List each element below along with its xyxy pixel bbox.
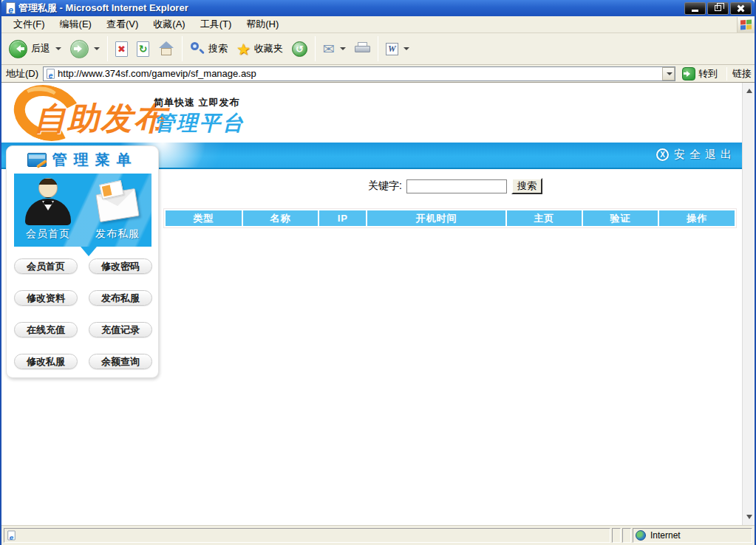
mail-icon: ✉ xyxy=(323,42,335,56)
refresh-icon: ↻ xyxy=(137,41,149,57)
menu-tools[interactable]: 工具(T) xyxy=(193,16,239,32)
minimize-icon xyxy=(692,10,698,12)
star-icon: ★ xyxy=(236,41,251,57)
refresh-button[interactable]: ↻ xyxy=(132,35,154,63)
toolbar: 后退 ✖ ↻ 搜索 ★ 收藏夹 ↺ ✉ xyxy=(1,33,755,65)
shortcut-member-home[interactable]: 会员首页 xyxy=(14,178,82,241)
menu-button-edit-server[interactable]: 修改私服 xyxy=(14,354,78,369)
management-menu-panel: 管理菜单 会员首页 发布私服 xyxy=(6,145,159,378)
forward-button[interactable] xyxy=(66,35,104,63)
minimize-button[interactable] xyxy=(684,2,706,15)
address-dropdown-button[interactable] xyxy=(662,67,675,80)
status-panel-1 xyxy=(612,528,621,543)
edit-dropdown-icon[interactable] xyxy=(403,47,409,50)
stop-button[interactable]: ✖ xyxy=(111,35,132,63)
column-homepage: 主页 xyxy=(507,210,582,226)
logout-button[interactable]: X 安全退出 xyxy=(656,148,736,162)
favorites-button[interactable]: ★ 收藏夹 xyxy=(232,35,287,63)
status-main-panel: e xyxy=(4,528,610,543)
column-verify: 验证 xyxy=(583,210,658,226)
mail-button[interactable]: ✉ xyxy=(319,35,350,63)
status-bar: e Internet xyxy=(1,525,755,545)
stop-icon: ✖ xyxy=(115,41,128,57)
window-title: 管理私服 - Microsoft Internet Explorer xyxy=(18,1,684,15)
menu-view[interactable]: 查看(V) xyxy=(99,16,146,32)
back-dropdown-icon[interactable] xyxy=(55,47,61,50)
security-zone-panel: Internet xyxy=(633,528,752,543)
menu-button-member-home[interactable]: 会员首页 xyxy=(14,258,78,274)
menu-file[interactable]: 文件(F) xyxy=(6,16,52,32)
menu-bar: 文件(F) 编辑(E) 查看(V) 收藏(A) 工具(T) 帮助(H) xyxy=(1,16,755,33)
forward-icon xyxy=(70,40,89,58)
keyword-label: 关键字: xyxy=(368,179,402,193)
back-button[interactable]: 后退 xyxy=(4,35,66,63)
scroll-up-button[interactable] xyxy=(743,85,755,97)
menu-button-edit-profile[interactable]: 修改资料 xyxy=(14,290,78,306)
menu-edit[interactable]: 编辑(E) xyxy=(52,16,99,32)
history-button[interactable]: ↺ xyxy=(287,35,312,63)
column-type: 类型 xyxy=(166,210,242,226)
shortcut-publish-server[interactable]: 发布私服 xyxy=(84,178,151,241)
envelope-icon xyxy=(93,178,142,225)
panel-header: 管理菜单 xyxy=(7,146,158,174)
panel-title: 管理菜单 xyxy=(52,150,138,170)
address-bar: 地址(D) e 转到 链接 xyxy=(1,65,755,83)
mail-dropdown-icon[interactable] xyxy=(340,47,346,50)
menu-help[interactable]: 帮助(H) xyxy=(239,16,286,32)
vertical-scrollbar[interactable] xyxy=(742,83,755,525)
scroll-up-icon xyxy=(746,89,752,93)
keyword-input[interactable] xyxy=(406,179,507,193)
ie-logo-icon: e xyxy=(6,2,16,14)
scroll-down-icon xyxy=(746,515,752,519)
go-icon xyxy=(682,67,695,80)
column-ip: IP xyxy=(319,210,366,226)
shortcut-box: 会员首页 发布私服 xyxy=(14,174,151,247)
links-menu[interactable]: 链接 xyxy=(732,67,752,80)
site-header: 自助发布 简单快速 立即发布 管理平台 xyxy=(1,83,742,143)
logo-tagline: 简单快速 立即发布 xyxy=(154,96,245,109)
zone-label: Internet xyxy=(650,530,681,541)
menu-button-change-password[interactable]: 修改密码 xyxy=(89,258,152,274)
address-input[interactable] xyxy=(55,68,662,80)
member-icon xyxy=(24,178,72,225)
search-button[interactable]: 搜索 xyxy=(185,35,232,63)
go-button[interactable]: 转到 xyxy=(678,66,721,82)
menu-button-balance-inquiry[interactable]: 余额查询 xyxy=(89,354,152,369)
home-button[interactable] xyxy=(154,35,179,63)
restore-button[interactable] xyxy=(707,2,729,15)
title-bar: e 管理私服 - Microsoft Internet Explorer xyxy=(1,0,755,16)
address-label: 地址(D) xyxy=(4,67,40,80)
page-icon: e xyxy=(47,69,55,79)
server-table-header: 类型 名称 IP 开机时间 主页 验证 操作 xyxy=(163,208,737,228)
panel-pointer xyxy=(81,247,97,256)
logo-sub-text: 管理平台 xyxy=(154,109,245,137)
scroll-down-button[interactable] xyxy=(743,511,755,523)
home-icon xyxy=(158,41,174,56)
close-button[interactable] xyxy=(730,2,752,15)
window-controls xyxy=(684,2,752,15)
menu-button-recharge-records[interactable]: 充值记录 xyxy=(89,322,152,337)
search-submit-button[interactable]: 搜索 xyxy=(511,178,542,194)
logout-x-icon: X xyxy=(656,148,669,161)
print-button[interactable] xyxy=(350,35,375,63)
menu-button-publish-server[interactable]: 发布私服 xyxy=(89,290,152,306)
web-page: 自助发布 简单快速 立即发布 管理平台 X 安全退出 管理菜单 xyxy=(1,83,742,525)
restore-icon xyxy=(715,5,721,11)
status-page-icon: e xyxy=(7,530,15,540)
column-actions: 操作 xyxy=(659,210,735,226)
back-icon xyxy=(9,40,27,58)
menu-button-online-recharge[interactable]: 在线充值 xyxy=(14,322,78,337)
edit-button[interactable]: W xyxy=(381,35,414,63)
page-viewport: 自助发布 简单快速 立即发布 管理平台 X 安全退出 管理菜单 xyxy=(1,83,755,525)
close-icon xyxy=(737,4,745,13)
word-edit-icon: W xyxy=(386,43,398,55)
forward-dropdown-icon[interactable] xyxy=(94,47,100,50)
history-icon: ↺ xyxy=(292,41,307,57)
print-icon xyxy=(355,42,370,55)
windows-logo-icon xyxy=(737,17,755,32)
logo-main-text: 自助发布 xyxy=(34,97,167,140)
menu-favorites[interactable]: 收藏(A) xyxy=(146,16,192,32)
keyword-search: 关键字: 搜索 xyxy=(368,178,542,194)
column-boot-time: 开机时间 xyxy=(367,210,505,226)
address-field: e xyxy=(43,66,675,81)
